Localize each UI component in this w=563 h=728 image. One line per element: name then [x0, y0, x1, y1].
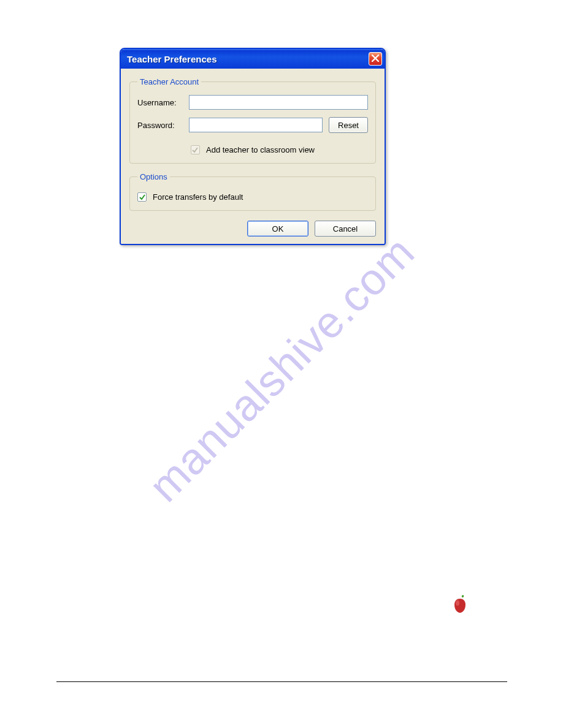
- force-transfers-label: Force transfers by default: [153, 192, 243, 202]
- username-input[interactable]: [189, 95, 368, 110]
- svg-point-0: [456, 601, 459, 606]
- teacher-preferences-dialog: Teacher Preferences Teacher Account User…: [120, 48, 386, 245]
- password-input[interactable]: [189, 118, 323, 132]
- apple-icon: [451, 593, 469, 614]
- ok-button[interactable]: OK: [247, 221, 308, 237]
- options-legend: Options: [137, 172, 170, 181]
- footer-divider: [56, 681, 507, 682]
- password-label: Password:: [137, 121, 189, 130]
- reset-button[interactable]: Reset: [329, 117, 368, 133]
- close-button[interactable]: [369, 52, 382, 66]
- teacher-account-group: Teacher Account Username: Password: Rese…: [129, 77, 376, 164]
- username-label: Username:: [137, 98, 189, 107]
- dialog-title: Teacher Preferences: [127, 54, 216, 64]
- teacher-account-legend: Teacher Account: [137, 77, 201, 86]
- titlebar[interactable]: Teacher Preferences: [121, 49, 385, 69]
- close-icon: [372, 55, 379, 64]
- add-teacher-label: Add teacher to classroom view: [206, 145, 315, 154]
- cancel-button[interactable]: Cancel: [315, 221, 376, 237]
- force-transfers-checkbox[interactable]: [137, 192, 147, 202]
- watermark-text: manualshive.com: [139, 227, 424, 512]
- add-teacher-checkbox[interactable]: [191, 145, 200, 154]
- options-group: Options Force transfers by default: [129, 172, 376, 211]
